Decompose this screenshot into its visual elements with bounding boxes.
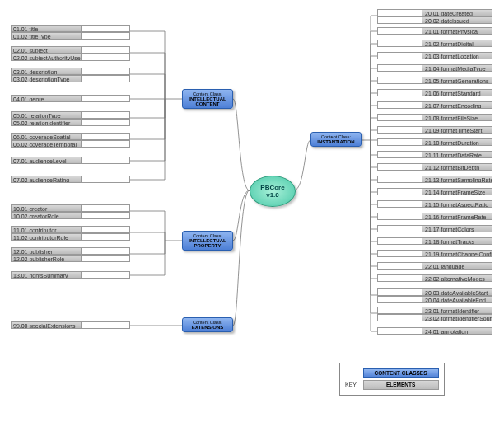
core-version: v1.0: [266, 191, 279, 199]
element-stub: [81, 68, 130, 75]
element-label: 12.01 publisher: [11, 247, 81, 255]
element-stub: [81, 157, 130, 164]
element-label: 99.00 specialExtensions: [11, 321, 81, 329]
element-label: 24.01 annotation: [422, 327, 492, 335]
element-label: 20.04 dateAvailableEnd: [422, 296, 492, 303]
element-group: 21.16 formatFrameRate: [377, 213, 492, 220]
element-label: 02.01 subject: [11, 46, 81, 54]
core-node: PBCorev1.0: [250, 176, 296, 207]
element-label: 21.03 formatLocation: [422, 52, 492, 59]
element-stub: [377, 114, 422, 121]
element-group: 21.07 formatEncoding: [377, 101, 492, 109]
legend-elements: ELEMENTS: [363, 380, 439, 390]
element-stub: [81, 321, 130, 329]
element-stub: [377, 274, 422, 282]
element-stub: [377, 163, 422, 171]
element-label: 21.02 formatDigital: [422, 40, 492, 47]
element-label: 21.15 formatAspectRatio: [422, 200, 492, 208]
element-stub: [81, 204, 130, 212]
element-stub: [377, 16, 422, 24]
element-label: 21.05 formatGenerations: [422, 77, 492, 84]
element-label: 20.01 dateCreated: [422, 9, 492, 16]
class-intellectual-property: Content Class: INTELLECTUAL PROPERTY: [182, 231, 233, 251]
element-stub: [81, 233, 130, 241]
element-group: 21.11 formatDataRate: [377, 151, 492, 158]
element-label: 21.13 formatSamplingRate: [422, 176, 492, 183]
element-label: 21.14 formatFrameSize: [422, 188, 492, 195]
element-group: 04.01 genre: [11, 95, 130, 102]
element-label: 01.02 titleType: [11, 32, 81, 40]
element-label: 21.16 formatFrameRate: [422, 213, 492, 220]
element-label: 13.01 rightsSummary: [11, 271, 81, 279]
element-stub: [377, 188, 422, 195]
element-group: 03.01 description03.02 descriptionType: [11, 68, 130, 82]
element-stub: [81, 54, 130, 61]
class-instantiation: Content Class: INSTANTIATION: [310, 132, 362, 147]
element-group: 21.09 formatTimeStart: [377, 126, 492, 134]
element-label: 21.07 formatEncoding: [422, 101, 492, 109]
element-group: 21.15 formatAspectRatio: [377, 200, 492, 208]
element-stub: [81, 46, 130, 54]
element-label: 05.02 relationIdentifier: [11, 119, 81, 126]
element-group: 23.01 formatIdentifier23.02 formatIdenti…: [377, 307, 492, 321]
element-label: 12.02 publisherRole: [11, 255, 81, 262]
element-label: 21.17 formatColors: [422, 225, 492, 232]
element-group: 22.01 language: [377, 262, 492, 270]
class-intellectual-content: Content Class: INTELLECTUAL CONTENT: [182, 89, 233, 109]
element-label: 21.06 formatStandard: [422, 89, 492, 96]
element-group: 21.19 formatChannelConfiguration: [377, 250, 492, 257]
element-label: 21.18 formatTracks: [422, 237, 492, 245]
element-stub: [81, 212, 130, 219]
element-stub: [377, 89, 422, 96]
element-stub: [377, 151, 422, 158]
element-stub: [81, 133, 130, 140]
element-label: 06.02 coverageTemporal: [11, 140, 81, 148]
element-stub: [377, 250, 422, 257]
element-group: 21.06 formatStandard: [377, 89, 492, 96]
element-label: 22.02 alternativeModes: [422, 274, 492, 282]
element-group: 13.01 rightsSummary: [11, 271, 130, 279]
element-label: 20.03 dateAvailableStart: [422, 288, 492, 296]
element-group: 22.02 alternativeModes: [377, 274, 492, 282]
element-stub: [377, 52, 422, 59]
element-label: 10.01 creator: [11, 204, 81, 212]
element-stub: [377, 77, 422, 84]
element-label: 05.01 relationType: [11, 111, 81, 119]
element-group: 20.01 dateCreated20.02 dateIssued: [377, 9, 492, 24]
element-label: 03.01 description: [11, 68, 81, 75]
element-label: 23.02 formatIdentifierSource: [422, 314, 492, 321]
element-stub: [377, 138, 422, 146]
element-stub: [377, 40, 422, 47]
element-label: 23.01 formatIdentifier: [422, 307, 492, 314]
element-stub: [377, 314, 422, 321]
element-group: 21.01 formatPhysical: [377, 27, 492, 35]
element-label: 21.09 formatTimeStart: [422, 126, 492, 134]
element-label: 21.11 formatDataRate: [422, 151, 492, 158]
element-group: 10.01 creator10.02 creatorRole: [11, 204, 130, 219]
element-label: 04.01 genre: [11, 95, 81, 102]
element-stub: [377, 237, 422, 245]
element-label: 03.02 descriptionType: [11, 75, 81, 82]
element-stub: [81, 226, 130, 233]
element-label: 11.02 contributorRole: [11, 233, 81, 241]
element-stub: [377, 225, 422, 232]
element-stub: [377, 9, 422, 16]
element-stub: [81, 111, 130, 119]
element-stub: [81, 255, 130, 262]
element-label: 21.08 formatFileSize: [422, 114, 492, 121]
element-group: 06.01 coverageSpatial06.02 coverageTempo…: [11, 133, 130, 148]
legend-label: KEY:: [345, 382, 358, 387]
element-group: 21.12 formatBitDepth: [377, 163, 492, 171]
element-group: 21.17 formatColors: [377, 225, 492, 232]
element-group: 21.13 formatSamplingRate: [377, 176, 492, 183]
element-label: 11.01 contributor: [11, 226, 81, 233]
element-stub: [81, 140, 130, 148]
element-stub: [81, 176, 130, 183]
element-stub: [377, 126, 422, 134]
element-group: 21.14 formatFrameSize: [377, 188, 492, 195]
element-stub: [81, 95, 130, 102]
element-label: 20.02 dateIssued: [422, 16, 492, 24]
element-group: 21.18 formatTracks: [377, 237, 492, 245]
element-stub: [377, 262, 422, 270]
element-stub: [377, 176, 422, 183]
